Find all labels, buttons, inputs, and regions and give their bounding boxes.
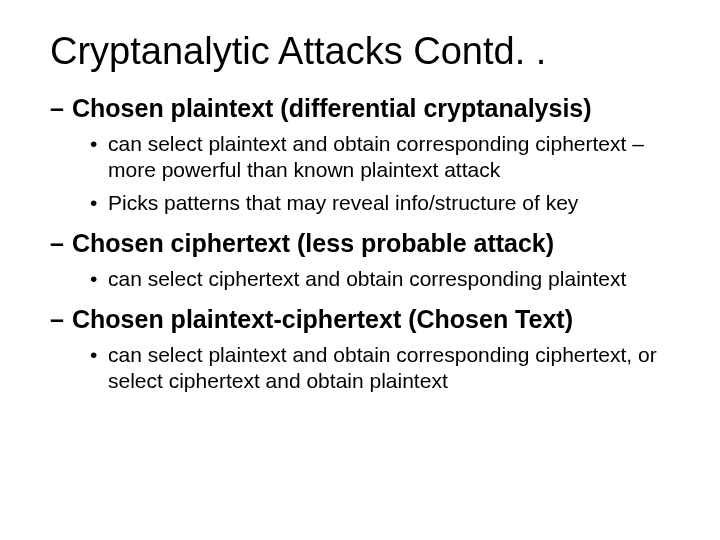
bullet-item: • can select plaintext and obtain corres… <box>90 131 680 184</box>
slide-title: Cryptanalytic Attacks Contd. . <box>50 30 680 73</box>
bullet-item: • Picks patterns that may reveal info/st… <box>90 190 680 216</box>
slide: Cryptanalytic Attacks Contd. . – Chosen … <box>0 0 720 540</box>
section-heading-2: – Chosen ciphertext (less probable attac… <box>50 228 680 258</box>
section-heading-3: – Chosen plaintext-ciphertext (Chosen Te… <box>50 304 680 334</box>
section-heading-text: Chosen plaintext-ciphertext (Chosen Text… <box>72 305 573 333</box>
section-heading-1: – Chosen plaintext (differential cryptan… <box>50 93 680 123</box>
bullet-item: • can select ciphertext and obtain corre… <box>90 266 680 292</box>
bullet-item: • can select plaintext and obtain corres… <box>90 342 680 395</box>
bullet-text: can select plaintext and obtain correspo… <box>108 343 657 392</box>
section-heading-text: Chosen plaintext (differential cryptanal… <box>72 94 592 122</box>
section-heading-text: Chosen ciphertext (less probable attack) <box>72 229 554 257</box>
bullet-text: can select ciphertext and obtain corresp… <box>108 267 626 290</box>
bullet-text: Picks patterns that may reveal info/stru… <box>108 191 578 214</box>
bullet-text: can select plaintext and obtain correspo… <box>108 132 644 181</box>
